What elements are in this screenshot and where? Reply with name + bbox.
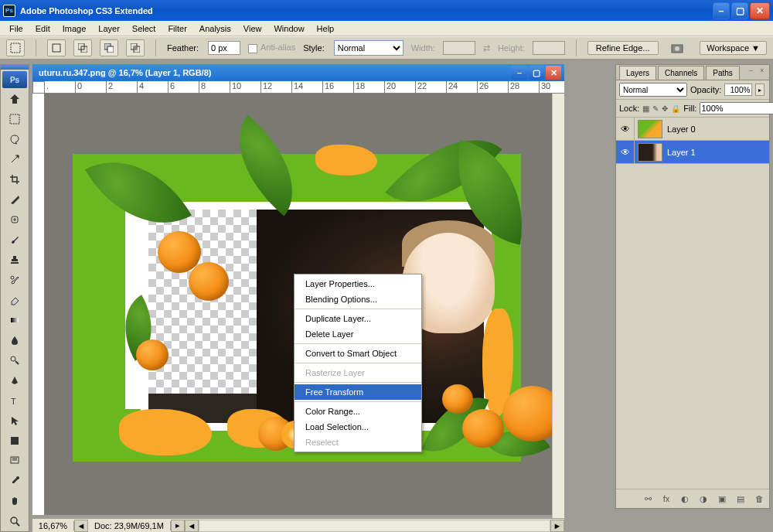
window-maximize-button[interactable]: ▢ [731,2,748,19]
blend-mode-select[interactable]: Normal [619,83,687,97]
blur-tool[interactable] [3,331,26,350]
layer-thumbnail[interactable] [638,143,662,162]
toolbox-header-icon[interactable]: Ps [2,71,27,88]
vertical-scrollbar[interactable] [552,94,564,518]
svg-rect-5 [107,46,114,53]
healing-brush-tool[interactable] [3,210,26,229]
intersect-selection-icon[interactable] [126,39,145,56]
doc-close-button[interactable]: ✕ [546,66,561,80]
layer-name[interactable]: Layer 0 [666,124,769,134]
new-selection-icon[interactable] [47,39,66,56]
ctx-load-selection[interactable]: Load Selection... [295,419,421,435]
ctx-blending-options[interactable]: Blending Options... [295,292,421,307]
horizontal-scrollbar[interactable] [199,520,550,532]
fill-input[interactable] [700,102,773,114]
lock-all-icon[interactable]: 🔒 [671,103,680,114]
svg-point-16 [11,356,15,361]
link-layers-icon[interactable]: ⚯ [641,493,655,505]
menu-layer[interactable]: Layer [92,22,126,35]
slice-tool[interactable] [3,190,26,209]
ruler-origin[interactable] [32,81,45,94]
hand-tool[interactable] [3,492,26,510]
wand-tool[interactable] [3,150,26,169]
doc-maximize-button[interactable]: ▢ [529,66,544,80]
lock-position-icon[interactable]: ✥ [662,103,668,114]
subtract-selection-icon[interactable] [100,39,118,56]
marquee-tool[interactable] [3,110,26,128]
notes-tool[interactable] [3,452,26,470]
shape-tool[interactable] [3,431,26,450]
new-layer-icon[interactable]: ▤ [734,493,747,505]
delete-layer-icon[interactable]: 🗑 [752,493,766,505]
dodge-tool[interactable] [3,351,26,370]
menu-window[interactable]: Window [267,22,310,35]
tab-channels[interactable]: Channels [658,66,704,80]
ctx-layer-properties[interactable]: Layer Properties... [295,276,421,292]
history-brush-tool[interactable] [3,271,26,289]
menu-filter[interactable]: Filter [162,22,192,35]
tab-paths[interactable]: Paths [706,66,740,80]
ctx-free-transform[interactable]: Free Transform [295,384,421,400]
window-minimize-button[interactable]: – [713,2,730,19]
layer-style-icon[interactable]: fx [659,493,673,505]
gradient-tool[interactable] [3,311,26,329]
menu-select[interactable]: Select [126,22,162,35]
type-tool[interactable]: T [3,391,26,410]
status-left-arrow-icon[interactable]: ◄ [74,520,88,532]
menu-file[interactable]: File [3,22,29,35]
ctx-color-range[interactable]: Color Range... [295,404,421,419]
document-titlebar[interactable]: uturu.ru.347.png @ 16,7% (Layer 1, RGB/8… [32,64,564,81]
menu-edit[interactable]: Edit [29,22,56,35]
layer-name[interactable]: Layer 1 [666,148,769,157]
panel-close-icon[interactable]: × [760,66,768,74]
marquee-tool-icon[interactable] [6,39,25,56]
eyedropper-tool[interactable] [3,472,26,490]
doc-size-info[interactable]: Doc: 23,9M/69,1M [88,521,171,530]
add-selection-icon[interactable] [73,39,92,56]
go-to-bridge-icon[interactable] [670,42,687,54]
layer-thumbnail[interactable] [638,120,662,138]
zoom-tool[interactable] [3,512,26,530]
move-tool[interactable] [3,90,26,108]
status-menu-arrow-icon[interactable]: ▸ [171,520,185,532]
menu-view[interactable]: View [237,22,268,35]
path-selection-tool[interactable] [3,411,26,430]
menu-image[interactable]: Image [56,22,93,35]
zoom-level[interactable]: 16,67% [32,521,74,530]
ctx-delete-layer[interactable]: Delete Layer [295,326,421,342]
eraser-tool[interactable] [3,291,26,309]
new-group-icon[interactable]: ▣ [715,493,729,505]
crop-tool[interactable] [3,170,26,189]
lasso-tool[interactable] [3,130,26,148]
vertical-ruler[interactable] [32,94,45,515]
workspace-dropdown[interactable]: Workspace ▼ [700,41,767,55]
hscroll-left-icon[interactable]: ◄ [185,520,199,532]
window-close-button[interactable]: ✕ [750,2,770,19]
visibility-toggle-icon[interactable]: 👁 [616,118,635,140]
style-select[interactable]: Normal [334,40,404,56]
ctx-convert-smart-object[interactable]: Convert to Smart Object [295,346,421,361]
refine-edge-button[interactable]: Refine Edge... [587,41,659,55]
visibility-toggle-icon[interactable]: 👁 [616,141,635,163]
panel-minimize-icon[interactable]: – [749,66,757,74]
menu-analysis[interactable]: Analysis [193,22,237,35]
opacity-arrow-icon[interactable]: ▸ [755,84,764,96]
lock-pixels-icon[interactable]: ✎ [652,103,659,114]
ctx-duplicate-layer[interactable]: Duplicate Layer... [295,311,421,326]
hscroll-right-icon[interactable]: ► [550,520,564,532]
layer-list: 👁 Layer 0 👁 Layer 1 [616,118,769,164]
layer-row[interactable]: 👁 Layer 0 [616,118,769,141]
adjustment-layer-icon[interactable]: ◑ [696,493,710,505]
doc-minimize-button[interactable]: – [512,66,527,80]
pen-tool[interactable] [3,371,26,390]
feather-input[interactable] [208,41,240,55]
opacity-input[interactable] [724,84,752,96]
horizontal-ruler[interactable]: .02468101214161820222426283032 [45,81,564,94]
layer-row[interactable]: 👁 Layer 1 [616,141,769,164]
brush-tool[interactable] [3,230,26,249]
layer-mask-icon[interactable]: ◐ [678,493,692,505]
lock-transparency-icon[interactable]: ▦ [642,103,649,114]
tab-layers[interactable]: Layers [619,66,656,80]
stamp-tool[interactable] [3,251,26,269]
menu-help[interactable]: Help [311,22,341,35]
